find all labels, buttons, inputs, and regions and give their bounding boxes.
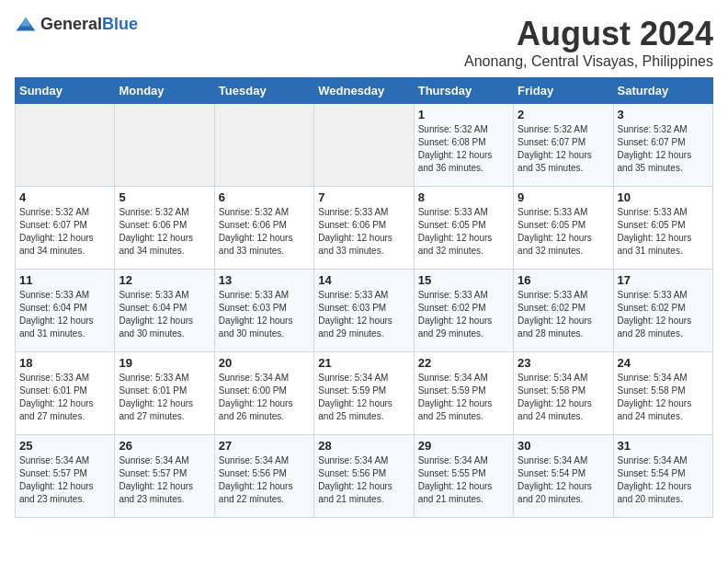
day-info: Sunrise: 5:33 AMSunset: 6:04 PMDaylight:… <box>19 289 110 340</box>
day-cell <box>214 104 313 187</box>
day-info: Sunrise: 5:33 AMSunset: 6:03 PMDaylight:… <box>219 289 310 340</box>
day-number: 7 <box>318 190 409 204</box>
day-number: 30 <box>518 439 609 453</box>
day-info: Sunrise: 5:34 AMSunset: 5:55 PMDaylight:… <box>418 454 509 506</box>
header-cell-monday: Monday <box>115 78 214 104</box>
day-info: Sunrise: 5:34 AMSunset: 5:57 PMDaylight:… <box>19 454 110 506</box>
day-number: 17 <box>618 273 709 287</box>
day-info: Sunrise: 5:32 AMSunset: 6:07 PMDaylight:… <box>19 206 110 258</box>
day-number: 15 <box>418 273 509 287</box>
day-number: 21 <box>318 356 409 370</box>
week-row-4: 25Sunrise: 5:34 AMSunset: 5:57 PMDayligh… <box>16 435 713 518</box>
day-info: Sunrise: 5:32 AMSunset: 6:06 PMDaylight:… <box>119 206 210 258</box>
day-cell: 3Sunrise: 5:32 AMSunset: 6:07 PMDaylight… <box>613 104 712 187</box>
week-row-3: 18Sunrise: 5:33 AMSunset: 6:01 PMDayligh… <box>16 352 713 435</box>
day-info: Sunrise: 5:33 AMSunset: 6:02 PMDaylight:… <box>418 289 509 340</box>
day-number: 28 <box>318 439 409 453</box>
day-info: Sunrise: 5:33 AMSunset: 6:03 PMDaylight:… <box>318 289 409 340</box>
day-info: Sunrise: 5:32 AMSunset: 6:08 PMDaylight:… <box>418 123 509 175</box>
day-cell: 1Sunrise: 5:32 AMSunset: 6:08 PMDaylight… <box>414 104 513 187</box>
day-cell: 14Sunrise: 5:33 AMSunset: 6:03 PMDayligh… <box>314 270 414 352</box>
day-cell: 20Sunrise: 5:34 AMSunset: 6:00 PMDayligh… <box>214 352 313 435</box>
day-cell: 19Sunrise: 5:33 AMSunset: 6:01 PMDayligh… <box>115 352 214 435</box>
day-cell: 25Sunrise: 5:34 AMSunset: 5:57 PMDayligh… <box>16 435 115 518</box>
day-number: 5 <box>119 190 210 204</box>
day-info: Sunrise: 5:33 AMSunset: 6:02 PMDaylight:… <box>618 289 709 340</box>
day-cell: 11Sunrise: 5:33 AMSunset: 6:04 PMDayligh… <box>16 270 115 352</box>
day-number: 31 <box>618 439 709 453</box>
week-row-0: 1Sunrise: 5:32 AMSunset: 6:08 PMDaylight… <box>16 104 713 187</box>
day-cell: 7Sunrise: 5:33 AMSunset: 6:06 PMDaylight… <box>314 187 414 270</box>
day-info: Sunrise: 5:34 AMSunset: 5:54 PMDaylight:… <box>518 454 609 506</box>
day-number: 16 <box>518 273 609 287</box>
day-number: 4 <box>19 190 110 204</box>
day-number: 23 <box>518 356 609 370</box>
day-info: Sunrise: 5:34 AMSunset: 5:58 PMDaylight:… <box>618 372 709 423</box>
day-number: 8 <box>418 190 509 204</box>
day-info: Sunrise: 5:33 AMSunset: 6:06 PMDaylight:… <box>318 206 409 258</box>
day-cell: 17Sunrise: 5:33 AMSunset: 6:02 PMDayligh… <box>613 270 712 352</box>
subtitle: Anonang, Central Visayas, Philippines <box>464 53 713 70</box>
day-number: 6 <box>219 190 310 204</box>
day-number: 3 <box>618 108 709 121</box>
header-cell-tuesday: Tuesday <box>214 78 313 104</box>
day-info: Sunrise: 5:34 AMSunset: 5:59 PMDaylight:… <box>418 372 509 423</box>
header-cell-sunday: Sunday <box>16 78 115 104</box>
header-cell-saturday: Saturday <box>613 78 712 104</box>
day-cell: 28Sunrise: 5:34 AMSunset: 5:56 PMDayligh… <box>314 435 414 518</box>
week-row-2: 11Sunrise: 5:33 AMSunset: 6:04 PMDayligh… <box>16 270 713 352</box>
day-number: 10 <box>618 190 709 204</box>
day-info: Sunrise: 5:34 AMSunset: 5:58 PMDaylight:… <box>518 372 609 423</box>
day-cell <box>16 104 115 187</box>
day-cell <box>115 104 214 187</box>
header: GeneralBlue August 2024 Anonang, Central… <box>15 15 713 70</box>
header-cell-wednesday: Wednesday <box>314 78 414 104</box>
week-row-1: 4Sunrise: 5:32 AMSunset: 6:07 PMDaylight… <box>16 187 713 270</box>
day-info: Sunrise: 5:33 AMSunset: 6:05 PMDaylight:… <box>418 206 509 258</box>
day-number: 1 <box>418 108 509 121</box>
day-cell: 6Sunrise: 5:32 AMSunset: 6:06 PMDaylight… <box>214 187 313 270</box>
day-number: 2 <box>518 108 609 121</box>
day-number: 24 <box>618 356 709 370</box>
day-cell: 29Sunrise: 5:34 AMSunset: 5:55 PMDayligh… <box>414 435 513 518</box>
day-info: Sunrise: 5:34 AMSunset: 6:00 PMDaylight:… <box>219 372 310 423</box>
day-info: Sunrise: 5:33 AMSunset: 6:01 PMDaylight:… <box>19 372 110 423</box>
day-cell: 27Sunrise: 5:34 AMSunset: 5:56 PMDayligh… <box>214 435 313 518</box>
day-cell: 16Sunrise: 5:33 AMSunset: 6:02 PMDayligh… <box>514 270 613 352</box>
logo: GeneralBlue <box>15 15 138 34</box>
day-cell: 23Sunrise: 5:34 AMSunset: 5:58 PMDayligh… <box>514 352 613 435</box>
day-info: Sunrise: 5:34 AMSunset: 5:56 PMDaylight:… <box>219 454 310 506</box>
day-cell: 22Sunrise: 5:34 AMSunset: 5:59 PMDayligh… <box>414 352 513 435</box>
day-cell: 21Sunrise: 5:34 AMSunset: 5:59 PMDayligh… <box>314 352 414 435</box>
header-row: SundayMondayTuesdayWednesdayThursdayFrid… <box>16 78 713 104</box>
calendar-table: SundayMondayTuesdayWednesdayThursdayFrid… <box>15 77 713 518</box>
day-cell: 31Sunrise: 5:34 AMSunset: 5:54 PMDayligh… <box>613 435 712 518</box>
day-info: Sunrise: 5:33 AMSunset: 6:01 PMDaylight:… <box>119 372 210 423</box>
header-cell-friday: Friday <box>514 78 613 104</box>
day-cell <box>314 104 414 187</box>
day-number: 29 <box>418 439 509 453</box>
logo-icon <box>15 16 37 34</box>
day-number: 13 <box>219 273 310 287</box>
day-info: Sunrise: 5:34 AMSunset: 5:57 PMDaylight:… <box>119 454 210 506</box>
day-number: 12 <box>119 273 210 287</box>
main-title: August 2024 <box>464 15 713 53</box>
day-cell: 15Sunrise: 5:33 AMSunset: 6:02 PMDayligh… <box>414 270 513 352</box>
day-info: Sunrise: 5:34 AMSunset: 5:54 PMDaylight:… <box>618 454 709 506</box>
logo-blue: Blue <box>102 15 138 33</box>
day-number: 11 <box>19 273 110 287</box>
day-cell: 24Sunrise: 5:34 AMSunset: 5:58 PMDayligh… <box>613 352 712 435</box>
day-cell: 13Sunrise: 5:33 AMSunset: 6:03 PMDayligh… <box>214 270 313 352</box>
day-info: Sunrise: 5:32 AMSunset: 6:06 PMDaylight:… <box>219 206 310 258</box>
calendar-body: 1Sunrise: 5:32 AMSunset: 6:08 PMDaylight… <box>16 104 713 518</box>
day-cell: 10Sunrise: 5:33 AMSunset: 6:05 PMDayligh… <box>613 187 712 270</box>
day-number: 26 <box>119 439 210 453</box>
day-number: 25 <box>19 439 110 453</box>
logo-text: GeneralBlue <box>40 15 138 34</box>
day-number: 22 <box>418 356 509 370</box>
day-cell: 8Sunrise: 5:33 AMSunset: 6:05 PMDaylight… <box>414 187 513 270</box>
day-cell: 5Sunrise: 5:32 AMSunset: 6:06 PMDaylight… <box>115 187 214 270</box>
day-info: Sunrise: 5:32 AMSunset: 6:07 PMDaylight:… <box>518 123 609 175</box>
day-number: 27 <box>219 439 310 453</box>
day-number: 20 <box>219 356 310 370</box>
